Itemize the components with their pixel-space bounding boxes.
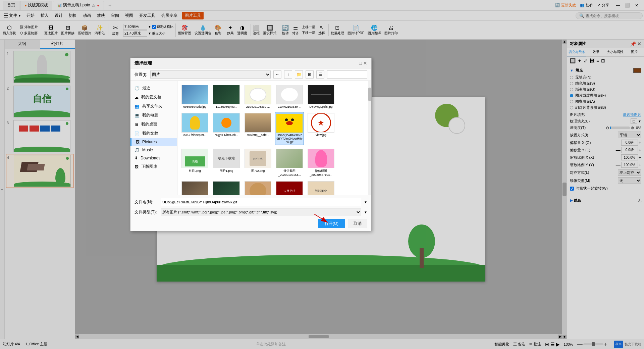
arrow-indicator — [311, 212, 331, 226]
sidebar-item-music[interactable]: 🎵Music — [130, 146, 177, 154]
nav-view-btn[interactable]: ⊞ — [306, 70, 314, 79]
nav-new-folder-btn[interactable]: 📁 — [295, 70, 303, 79]
sidebar-item-downloads[interactable]: ⬇Downloads — [130, 154, 177, 162]
filename-dropdown[interactable]: ▼ — [364, 200, 367, 204]
file-item-13[interactable]: 微信截图_20230102154... — [275, 147, 304, 178]
file-item-12[interactable]: portrait 图片2.png — [243, 147, 273, 178]
dialog-close-btn[interactable]: ✕ — [363, 60, 367, 66]
file-item-10[interactable]: 表格 科目.png — [180, 147, 210, 178]
file-item-7[interactable]: src=http__safe... — [243, 112, 273, 145]
file-item-9[interactable]: ★ view.jpg — [306, 112, 336, 145]
sidebar-item-cloud[interactable]: ☁我的云文档 — [130, 93, 177, 102]
dialog-search-input[interactable] — [327, 70, 367, 79]
filename-input[interactable] — [161, 198, 361, 206]
sidebar-item-documents[interactable]: 📄我的文档 — [130, 129, 177, 138]
file-item-17[interactable]: 微信截图111_2.jpg — [243, 180, 273, 195]
file-item-2[interactable]: 210402103339-... — [243, 84, 273, 110]
file-item-18[interactable]: 古月书法 微信图片_20230317105... — [275, 180, 304, 195]
file-item-11[interactable]: 极光下载站 图片1.png — [212, 147, 241, 178]
file-item-14[interactable]: 微信截图_20230427104... — [306, 147, 336, 178]
file-item-3[interactable]: 210402103339-... — [275, 84, 304, 110]
location-select[interactable]: 图片 — [150, 70, 271, 79]
sidebar-item-computer[interactable]: 💻我的电脑 — [130, 111, 177, 120]
file-item-19[interactable]: 智能美化 微信图片_20230427125... — [306, 180, 336, 195]
svg-line-1 — [314, 214, 328, 222]
file-item-0[interactable]: 09390304Jdu.jpg — [180, 84, 210, 110]
dialog-scrollbar-thumb[interactable] — [368, 88, 371, 101]
file-item-5[interactable]: e3iG-fzihnep39... — [180, 112, 210, 145]
nav-up-btn[interactable]: ↑ — [284, 70, 292, 79]
dialog-titlebar: 选择纹理 □ ✕ — [130, 58, 371, 68]
sidebar-item-recent[interactable]: 🕐最近 — [130, 84, 177, 93]
filetype-select[interactable]: 所有图片 (*.emf;*.wmf;*.jpg;*.jpeg;*.jpe;*.p… — [161, 208, 361, 216]
file-item-8-selected[interactable]: UDbSgEeF9a3tfK09BYTJjmO4purR9vNk.gif — [275, 112, 304, 145]
sidebar-item-shared[interactable]: 👥共享文件夹 — [130, 102, 177, 111]
file-item-16[interactable]: 微信截图111_1.jpg — [212, 180, 241, 195]
file-item-6[interactable]: NQy8FNhHUeb... — [212, 112, 241, 145]
sidebar-item-stock[interactable]: 🖼正版图库 — [130, 162, 177, 171]
file-item-15[interactable]: 微信截图111.png — [180, 180, 210, 195]
file-item-4[interactable]: DYsWQLp6l8.jpg — [306, 84, 336, 110]
file-dialog-overlay: 选择纹理 □ ✕ 位置(I): 图片 ← ↑ 📁 ⊞ ☰ 🕐最近 — [0, 0, 644, 349]
nav-view2-btn[interactable]: ☰ — [316, 70, 324, 79]
file-item-1[interactable]: 11135086ym3... — [212, 84, 241, 110]
sidebar-item-pictures[interactable]: 🖼Pictures — [130, 138, 177, 146]
nav-back-btn[interactable]: ← — [273, 70, 281, 79]
sidebar-item-desktop[interactable]: 🖥我的桌面 — [130, 120, 177, 129]
filetype-dropdown[interactable]: ▼ — [364, 210, 367, 214]
file-dialog: 选择纹理 □ ✕ 位置(I): 图片 ← ↑ 📁 ⊞ ☰ 🕐最近 — [130, 58, 372, 231]
dialog-cancel-btn[interactable]: 取消 — [348, 219, 367, 228]
dialog-maximize-btn[interactable]: □ — [359, 60, 362, 66]
